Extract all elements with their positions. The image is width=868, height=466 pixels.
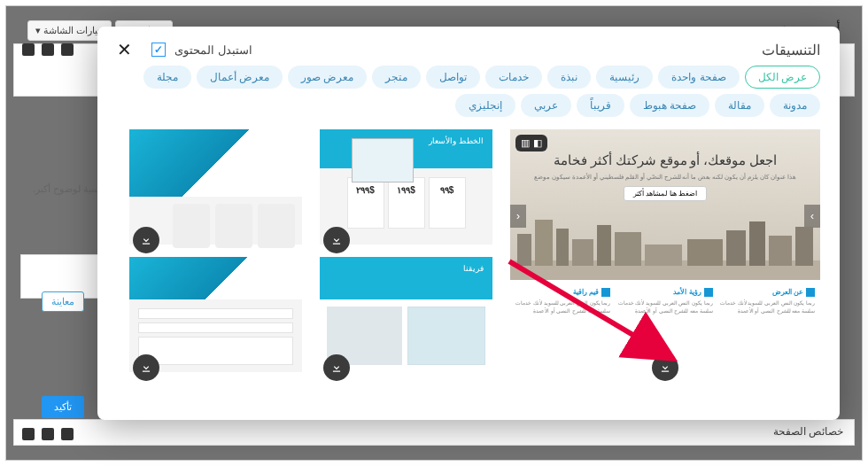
replace-content-label: استبدل المحتوى <box>174 43 252 57</box>
hero-headline: اجعل موقعك، أو موقع شركتك أكثر فخامة <box>510 152 820 168</box>
template-pricing[interactable]: الخطط والأسعار $٩٩ $١٩٩ $٢٩٩ <box>320 129 492 245</box>
template-hero[interactable]: ◧ ▥ ‹ › اجعل موقعك، أو موقع شركتك أكثر ف… <box>510 129 820 372</box>
download-contact-button[interactable] <box>133 354 159 381</box>
price-card-c: $٢٩٩ <box>347 177 384 229</box>
download-hero-button[interactable] <box>652 354 678 381</box>
filter-row: عرض الكل صفحة واحدة رئيسية نبذة خدمات تو… <box>117 66 820 117</box>
filter-landing[interactable]: صفحة هبوط <box>630 94 709 117</box>
svg-rect-2 <box>535 220 553 266</box>
filter-en[interactable]: إنجليزي <box>455 94 515 117</box>
svg-rect-4 <box>572 239 593 266</box>
filter-single[interactable]: صفحة واحدة <box>658 66 739 89</box>
page-attrs-panel[interactable]: خصائص الصفحة <box>13 419 855 446</box>
download-pricing-button[interactable] <box>323 227 350 253</box>
template-contact[interactable]: تواصل معنا <box>129 257 302 372</box>
download-team-button[interactable] <box>323 354 350 381</box>
filter-about[interactable]: نبذة <box>547 66 591 89</box>
svg-rect-3 <box>556 229 569 266</box>
t1-title: فريق العمل <box>253 136 293 145</box>
hero-cta: اضغط هنا لمشاهد أكثر <box>624 186 707 201</box>
t2-title: الخطط والأسعار <box>429 136 484 145</box>
filter-gallery[interactable]: معرض صور <box>288 66 367 89</box>
filter-magazine[interactable]: مجلة <box>143 66 191 89</box>
badge-icon: ◧ <box>533 137 542 149</box>
badge-icon-2: ▥ <box>521 137 530 149</box>
save-button[interactable]: تأكيد <box>42 396 84 418</box>
preview-button[interactable]: معاينة <box>42 291 84 312</box>
hero-col-2: رؤية الأمدربما يكون النص العربي للسويد ل… <box>617 287 712 315</box>
download-about-button[interactable] <box>133 227 159 253</box>
filter-ar[interactable]: عربي <box>521 94 571 117</box>
filter-article[interactable]: مقالة <box>715 94 764 117</box>
price-card-b: $١٩٩ <box>388 177 425 229</box>
svg-rect-1 <box>517 234 531 266</box>
filter-home[interactable]: رئيسية <box>596 66 653 89</box>
filter-all[interactable]: عرض الكل <box>745 66 820 89</box>
t5-title: فريقنا <box>463 264 484 273</box>
svg-rect-7 <box>645 245 682 266</box>
layouts-modal: التنسيقات استبدل المحتوى ✓ ✕ عرض الكل صف… <box>97 27 840 420</box>
filter-soon[interactable]: قريباً <box>577 94 624 117</box>
svg-rect-10 <box>749 221 765 266</box>
hero-badge: ◧ ▥ <box>515 135 547 151</box>
map-thumb <box>407 307 485 365</box>
svg-rect-8 <box>687 239 723 266</box>
filter-blog[interactable]: مدونة <box>770 94 820 117</box>
svg-rect-6 <box>615 232 641 266</box>
template-about[interactable]: فريق العمل <box>129 129 302 245</box>
svg-rect-5 <box>597 225 611 266</box>
price-card-a: $٩٩ <box>429 177 466 229</box>
template-team[interactable]: فريقنا <box>320 257 492 372</box>
filter-shop[interactable]: متجر <box>372 66 421 89</box>
replace-content-checkbox[interactable]: ✓ <box>151 43 166 57</box>
svg-rect-11 <box>769 236 792 266</box>
hero-col-3: قيم راقيةربما يكون النص العربي للسويد لأ… <box>515 287 610 315</box>
hero-sub: هذا عنوان كان يلزم أن يكون لكنه بعض ما أ… <box>510 174 820 181</box>
filter-portfolio[interactable]: معرض أعمال <box>197 66 283 89</box>
filter-services[interactable]: خدمات <box>485 66 542 89</box>
hero-col-1: عن العرضربما يكون النص العربي للسويد لأن… <box>720 287 815 315</box>
svg-rect-9 <box>726 230 746 266</box>
svg-rect-12 <box>795 227 813 266</box>
modal-title: التنسيقات <box>762 42 820 58</box>
t4-title: تواصل معنا <box>254 264 293 273</box>
filter-contact[interactable]: تواصل <box>426 66 480 89</box>
city-skyline-icon <box>510 209 820 280</box>
close-icon[interactable]: ✕ <box>117 41 132 58</box>
